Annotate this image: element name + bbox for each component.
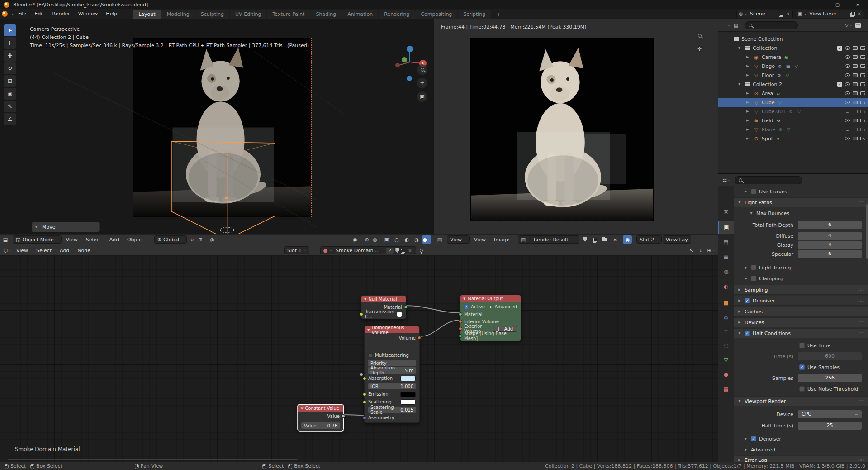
viewport-disable-icon[interactable] <box>853 46 858 50</box>
tab-sculpting[interactable]: Sculpting <box>195 10 229 19</box>
shading-material-icon[interactable]: ◑ <box>412 235 421 244</box>
tab-scripting[interactable]: Scripting <box>458 10 491 19</box>
disclosure-icon[interactable]: ▼ <box>738 46 743 50</box>
use-samples-row[interactable]: ✓ Use Samples <box>734 363 868 372</box>
node-menu-node[interactable]: Node <box>74 248 94 254</box>
tab-world[interactable]: ◐ <box>718 280 734 293</box>
use-noise-threshold-checkbox[interactable] <box>799 386 805 392</box>
device-dropdown[interactable]: CPU <box>798 410 862 418</box>
viewport-denoiser-checkbox[interactable]: ✓ <box>751 436 756 441</box>
diffuse-field[interactable]: 4 <box>798 232 862 240</box>
light-paths-panel-header[interactable]: ▼Light Paths∷∷ <box>734 197 868 207</box>
operator-panel-move[interactable]: Move <box>32 222 100 232</box>
node-menu-select[interactable]: Select <box>33 248 55 254</box>
denoiser-checkbox[interactable]: ✓ <box>745 298 750 303</box>
snap-target-dropdown[interactable]: ⊞⌄ <box>198 235 207 244</box>
zoom-icon[interactable] <box>417 64 427 75</box>
properties-editor[interactable]: ⚏⌄ ⚒ ▣ ▤ ▦ ◍ ◐ ■ ⚙ ∵ ◌ ▽ ● ▩ ▶ Use Curve… <box>718 174 868 462</box>
halt-time-field[interactable]: 25 <box>798 422 862 430</box>
image-menu-image[interactable]: Image <box>490 237 513 243</box>
use-curves-row[interactable]: ▶ Use Curves <box>734 187 868 196</box>
tab-modeling[interactable]: Modeling <box>161 10 195 19</box>
use-time-checkbox[interactable] <box>799 343 805 348</box>
halt-conditions-checkbox[interactable]: ✓ <box>745 331 750 336</box>
hide-eye-icon[interactable] <box>845 46 850 50</box>
render-display-icon[interactable]: ◉ <box>623 235 632 244</box>
outliner-row-dogo[interactable]: ▶ ▽ Dogo ⚙ ▦ ▽ <box>718 62 868 71</box>
unlink-material-icon[interactable]: × <box>407 248 413 253</box>
use-curves-checkbox[interactable] <box>751 189 756 194</box>
viewport-menu-view[interactable]: View <box>62 237 81 243</box>
shader-node-editor[interactable]: ⬡⌄ View Select Add Node Slot 1⌄ ●⌄ Smoke… <box>0 245 718 462</box>
max-bounces-subpanel[interactable]: ▼Max Bounces <box>734 209 868 218</box>
scattering-color-swatch[interactable] <box>400 399 416 405</box>
socket-emission-in[interactable] <box>363 393 366 396</box>
measure-tool[interactable]: ∠ <box>4 113 16 125</box>
socket-exterior-volume-in[interactable] <box>459 327 462 331</box>
viewport-denoiser-row[interactable]: ▶✓ Denoiser <box>734 434 868 443</box>
specular-field[interactable]: 6 <box>798 250 862 258</box>
ior-field[interactable]: IOR1.000 <box>368 383 416 389</box>
editor-type-icon[interactable]: ⬓⌄ <box>3 235 12 244</box>
scattering-scale-field[interactable]: Scattering Scale0.015 <box>368 407 416 413</box>
image-zoom-icon[interactable] <box>694 30 705 41</box>
samples-field[interactable]: 256 <box>798 374 862 382</box>
clamping-row[interactable]: ▶ Clamping <box>734 274 868 283</box>
annotate-tool[interactable]: ✎ <box>4 101 16 112</box>
outliner-row-collection-2[interactable]: ▼ Collection 2 ✓ <box>718 80 868 89</box>
outliner[interactable]: ≡⌄ ▤⌄ ▽⌄ ⁺ Scene Collection ▼ Collection… <box>718 19 868 174</box>
image-menu-view[interactable]: View <box>470 237 489 243</box>
editor-type-icon[interactable]: ▤⌄ <box>437 235 446 244</box>
snap-magnet-icon[interactable]: ∪ <box>188 235 197 244</box>
total-path-depth-field[interactable]: 6 <box>798 221 862 229</box>
value-field[interactable]: Value0.76 <box>301 422 340 429</box>
blender-menu-icon[interactable] <box>2 11 8 17</box>
node-menu-add[interactable]: Add <box>56 248 73 254</box>
outliner-row-area[interactable]: ▶ ⊙ Area ▱ <box>718 89 868 98</box>
outliner-row-field[interactable]: ▶ ≋ Field ↝ <box>718 116 868 125</box>
tab-scene[interactable]: ◍ <box>718 265 734 278</box>
tab-output[interactable]: ▤ <box>718 236 734 249</box>
unlink-image-icon[interactable]: × <box>610 235 619 244</box>
shading-wireframe-icon[interactable]: ○ <box>392 235 401 244</box>
view-layer-selector[interactable]: ▣ ⌄ View Layer × <box>796 10 864 18</box>
menu-render[interactable]: Render <box>48 11 74 17</box>
overlays-dropdown[interactable]: ◍⌄ <box>372 235 381 244</box>
outliner-row-cube-active[interactable]: ▶ ▽ Cube ▽ <box>718 98 868 107</box>
clamping-checkbox[interactable] <box>751 276 756 281</box>
tab-animation[interactable]: Animation <box>342 10 378 19</box>
socket-transmission-in[interactable] <box>360 312 363 316</box>
advanced-row[interactable]: ▶Advanced <box>734 445 868 454</box>
filter-display-dropdown[interactable]: ▤⌄ <box>733 21 742 29</box>
material-slot-dropdown[interactable]: Slot 1⌄ <box>284 246 309 254</box>
tab-texture-paint[interactable]: Texture Paint <box>267 10 310 19</box>
node-canvas[interactable]: ▼Null Material Material Transmission C..… <box>0 256 718 462</box>
image-editor[interactable]: Frame:44 | Time:02:44.78 | Mem:221.54M (… <box>434 19 718 245</box>
menu-file[interactable]: File <box>14 11 30 17</box>
socket-volume-out[interactable] <box>417 336 421 340</box>
image-mode-dropdown[interactable]: View⌄ <box>447 235 470 244</box>
pan-hand-icon[interactable]: ✛ <box>417 78 427 88</box>
node-null-material[interactable]: ▼Null Material Material Transmission C..… <box>361 295 406 319</box>
socket-asymmetry-in[interactable] <box>363 416 366 420</box>
move-tool[interactable]: ✚ <box>4 50 16 62</box>
tab-particles[interactable]: ∵ <box>718 325 734 338</box>
hidden-eye-icon[interactable] <box>845 110 850 113</box>
node-homogeneous-volume[interactable]: ▼Homogeneous Volume Volume Multiscatteri… <box>364 326 420 423</box>
socket-material-in[interactable] <box>459 312 462 316</box>
denoiser-panel-header[interactable]: ▶✓ Denoiser∷∷ <box>734 296 868 306</box>
socket-absorption-in[interactable] <box>363 377 366 380</box>
outliner-row-floor[interactable]: ▶ ▽ Floor ⚙ ▽ <box>718 71 868 80</box>
material-users-count[interactable]: 2 <box>386 248 394 254</box>
render-disable-icon[interactable] <box>860 46 865 50</box>
active-checkbox[interactable]: ✓ <box>464 305 469 309</box>
menu-edit[interactable]: Edit <box>30 11 48 17</box>
image-datablock-selector[interactable]: ▤⌄ Render Result <box>518 235 580 244</box>
duplicate-image-icon[interactable] <box>590 235 599 244</box>
socket-material-out[interactable] <box>404 305 408 309</box>
devices-panel-header[interactable]: ▶Devices∷∷ <box>734 317 868 327</box>
proportional-edit-icon[interactable]: ◎ <box>208 235 217 244</box>
properties-search-input[interactable] <box>735 176 802 184</box>
tab-view-layer[interactable]: ▦ <box>718 250 734 263</box>
gizmo-toggle-icon[interactable]: ⊕ <box>362 235 371 244</box>
